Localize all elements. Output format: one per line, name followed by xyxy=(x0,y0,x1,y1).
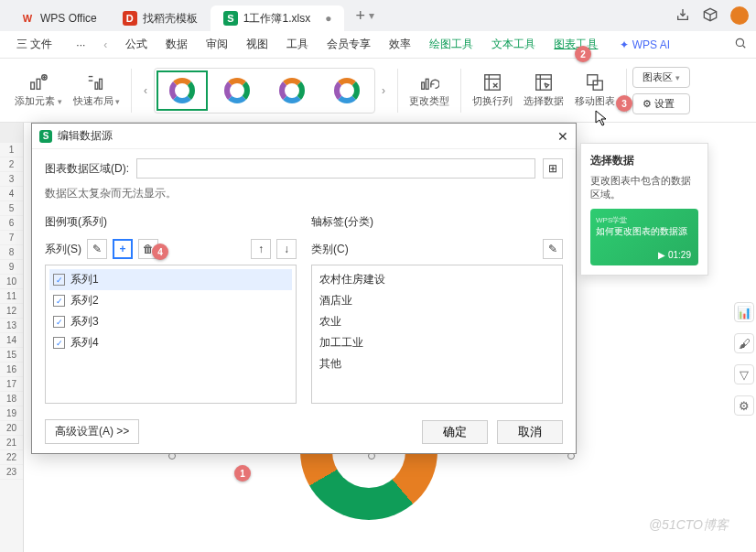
style-thumb-4[interactable] xyxy=(321,70,373,111)
list-item: 农业 xyxy=(316,311,558,332)
range-label: 图表数据区域(D): xyxy=(45,161,129,177)
settings-icon[interactable]: ⚙ xyxy=(734,395,754,416)
file-menu[interactable]: 三 文件 xyxy=(9,33,59,56)
tab-label: 找稻壳模板 xyxy=(143,11,198,27)
cloud-icon[interactable] xyxy=(675,7,690,25)
filter-icon[interactable]: ▽ xyxy=(734,364,754,384)
wps-logo-icon: W xyxy=(20,11,35,26)
menu-draw-tools[interactable]: 绘图工具 xyxy=(422,33,481,56)
annotation-pin-2: 2 xyxy=(575,46,591,62)
series-listbox[interactable]: 系列1 系列2 系列3 系列4 xyxy=(45,265,297,404)
list-item: 加工工业 xyxy=(316,332,558,353)
tab-dropdown-icon[interactable]: ▾ xyxy=(369,9,374,22)
svg-rect-21 xyxy=(588,75,598,85)
checkbox-icon[interactable] xyxy=(53,295,65,307)
menu-prev[interactable]: ‹ xyxy=(96,35,114,55)
legend-heading: 图例项(系列) xyxy=(45,214,297,230)
edit-category-icon[interactable]: ✎ xyxy=(543,239,563,259)
range-picker-icon[interactable]: ⊞ xyxy=(543,158,563,179)
menu-data[interactable]: 数据 xyxy=(158,33,195,56)
row-headers: 1234567891011121314151617181920212223 xyxy=(0,123,24,552)
set-format-button[interactable]: ⚙ 设置 xyxy=(632,93,690,114)
svg-line-3 xyxy=(742,45,745,48)
list-item: 酒店业 xyxy=(316,290,558,311)
close-tab-icon[interactable]: ● xyxy=(325,12,331,25)
tooltip-video[interactable]: WPS学堂 如何更改图表的数据源 ▶ 01:29 xyxy=(590,209,698,265)
style-thumb-2[interactable] xyxy=(211,70,263,111)
menu-review[interactable]: 审阅 xyxy=(199,33,235,56)
close-dialog-button[interactable]: ✕ xyxy=(557,129,568,144)
styles-next[interactable]: › xyxy=(375,69,392,113)
tab-wps[interactable]: W WPS Office xyxy=(7,5,110,31)
chart-object[interactable] xyxy=(172,456,571,538)
series-up-button[interactable]: ↑ xyxy=(251,239,271,259)
docer-logo-icon: D xyxy=(123,11,137,26)
search-icon[interactable] xyxy=(734,37,747,52)
menu-view[interactable]: 视图 xyxy=(239,33,275,56)
select-data-button[interactable]: 选择数据 xyxy=(518,72,569,108)
sheet-logo-icon: S xyxy=(223,11,238,26)
checkbox-icon[interactable] xyxy=(53,337,65,349)
ok-button[interactable]: 确定 xyxy=(422,420,488,444)
list-item: 系列2 xyxy=(49,290,292,311)
list-item: 系列1 xyxy=(49,269,292,290)
svg-rect-11 xyxy=(95,82,98,89)
list-item: 系列3 xyxy=(49,311,292,332)
menu-text-tools[interactable]: 文本工具 xyxy=(484,33,543,56)
change-type-button[interactable]: 更改类型 xyxy=(404,72,455,108)
style-thumb-3[interactable] xyxy=(266,70,318,111)
list-item: 农村住房建设 xyxy=(316,269,558,290)
titlebar: W WPS Office D 找稻壳模板 S 1工作簿1.xlsx ● + ▾ xyxy=(0,0,756,31)
dialog-message: 数据区太复杂而无法显示。 xyxy=(45,186,563,201)
advanced-settings-button[interactable]: 高级设置(A) >> xyxy=(45,419,139,444)
edit-series-icon[interactable]: ✎ xyxy=(87,239,107,259)
menubar: 三 文件 ··· ‹ 公式 数据 审阅 视图 工具 会员专享 效率 绘图工具 文… xyxy=(0,31,756,59)
series-down-button[interactable]: ↓ xyxy=(276,239,297,259)
add-series-button[interactable]: + xyxy=(113,239,133,259)
tab-active-workbook[interactable]: S 1工作簿1.xlsx ● xyxy=(211,5,345,31)
menu-member[interactable]: 会员专享 xyxy=(319,33,378,56)
chart-area-dropdown[interactable]: 图表区 xyxy=(632,67,690,88)
checkbox-icon[interactable] xyxy=(53,316,65,328)
tab-docer[interactable]: D 找稻壳模板 xyxy=(110,5,211,31)
cube-icon[interactable] xyxy=(703,7,718,25)
tooltip-body: 更改图表中包含的数据区域。 xyxy=(590,174,698,201)
watermark: @51CTO博客 xyxy=(649,517,729,534)
category-label: 类别(C) xyxy=(311,242,349,257)
select-data-tooltip: 选择数据 更改图表中包含的数据区域。 WPS学堂 如何更改图表的数据源 ▶ 01… xyxy=(580,143,708,276)
annotation-pin-3: 3 xyxy=(616,95,632,112)
svg-rect-14 xyxy=(426,79,428,89)
menu-efficiency[interactable]: 效率 xyxy=(382,33,418,56)
quick-layout-button[interactable]: 快速布局 xyxy=(68,72,126,108)
list-item: 其他 xyxy=(316,353,558,374)
dialog-title: 编辑数据源 xyxy=(58,128,113,144)
series-label: 系列(S) xyxy=(45,242,81,257)
axis-heading: 轴标签(分类) xyxy=(311,214,563,230)
avatar[interactable] xyxy=(730,6,749,25)
svg-rect-12 xyxy=(100,79,103,89)
more-menu[interactable]: ··· xyxy=(69,35,92,55)
tab-label: WPS Office xyxy=(40,12,97,25)
move-chart-button[interactable]: 移动图表 xyxy=(569,72,621,108)
chart-range-input[interactable] xyxy=(136,158,535,179)
chart-properties-icon[interactable]: 📊 xyxy=(734,302,754,322)
annotation-pin-4: 4 xyxy=(152,244,168,260)
add-element-button[interactable]: 添加元素 xyxy=(9,72,68,108)
toolbar: 添加元素 快速布局 ‹ › 更改类型 切换行列 选择数据 移动图表 图表区 ⚙ … xyxy=(0,59,756,123)
switch-rowcol-button[interactable]: 切换行列 xyxy=(467,72,518,108)
menu-wps-ai[interactable]: ✦ WPS AI xyxy=(612,35,677,55)
cancel-button[interactable]: 取消 xyxy=(497,420,563,444)
add-tab-button[interactable]: + xyxy=(355,6,365,26)
styles-prev[interactable]: ‹ xyxy=(137,69,154,113)
annotation-pin-1: 1 xyxy=(234,465,251,482)
category-listbox[interactable]: 农村住房建设 酒店业 农业 加工工业 其他 xyxy=(311,265,563,404)
menu-tools[interactable]: 工具 xyxy=(279,33,316,56)
beautify-icon[interactable]: 🖌 xyxy=(734,333,754,353)
tab-label: 1工作簿1.xlsx xyxy=(243,11,310,27)
checkbox-icon[interactable] xyxy=(53,274,65,286)
menu-formula[interactable]: 公式 xyxy=(118,33,155,56)
sheet-logo-icon: S xyxy=(39,130,52,143)
style-thumb-1[interactable] xyxy=(157,70,208,111)
svg-rect-13 xyxy=(422,82,425,89)
play-icon: ▶ 01:29 xyxy=(658,250,691,260)
